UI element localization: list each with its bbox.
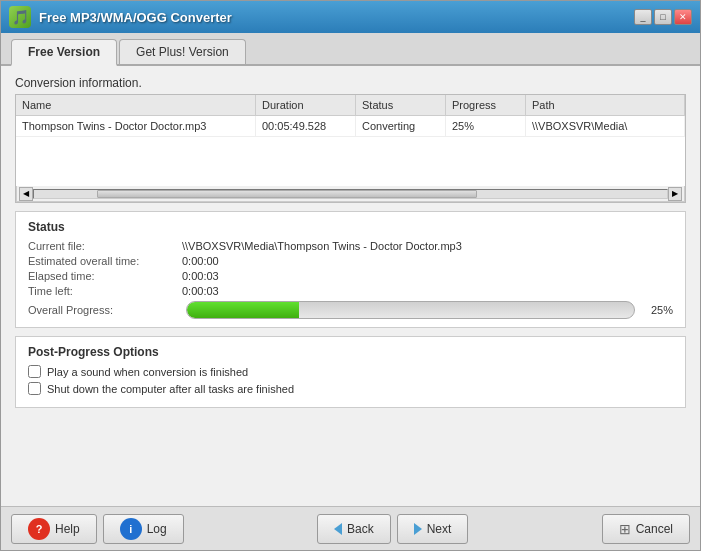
cell-progress: 25% (446, 116, 526, 136)
help-button[interactable]: ? Help (11, 514, 97, 544)
col-duration: Duration (256, 95, 356, 115)
next-arrow-icon (414, 523, 422, 535)
restore-button[interactable]: □ (654, 9, 672, 25)
conversion-info-section: Conversion information. Name Duration St… (15, 76, 686, 203)
option2-label: Shut down the computer after all tasks a… (47, 383, 294, 395)
option1-checkbox[interactable] (28, 365, 41, 378)
option1-row: Play a sound when conversion is finished (28, 365, 673, 378)
log-icon: i (120, 518, 142, 540)
elapsed-value: 0:00:03 (182, 270, 219, 282)
scroll-track[interactable] (33, 189, 668, 199)
title-bar: 🎵 Free MP3/WMA/OGG Converter _ □ ✕ (1, 1, 700, 33)
cell-name: Thompson Twins - Doctor Doctor.mp3 (16, 116, 256, 136)
progress-bar-track (186, 301, 635, 319)
option2-row: Shut down the computer after all tasks a… (28, 382, 673, 395)
status-section: Status Current file: \\VBOXSVR\Media\Tho… (15, 211, 686, 328)
window-controls: _ □ ✕ (634, 9, 692, 25)
option2-checkbox[interactable] (28, 382, 41, 395)
back-button[interactable]: Back (317, 514, 391, 544)
tabs-bar: Free Version Get Plus! Version (1, 33, 700, 66)
timeleft-label: Time left: (28, 285, 178, 297)
cell-path: \\VBOXSVR\Media\ (526, 116, 685, 136)
window-title: Free MP3/WMA/OGG Converter (39, 10, 626, 25)
help-icon: ? (28, 518, 50, 540)
minimize-button[interactable]: _ (634, 9, 652, 25)
status-title: Status (28, 220, 673, 234)
tab-plus-version[interactable]: Get Plus! Version (119, 39, 246, 64)
current-file-value: \\VBOXSVR\Media\Thompson Twins - Doctor … (182, 240, 462, 252)
estimated-row: Estimated overall time: 0:00:00 (28, 255, 673, 267)
progress-bar-fill (187, 302, 299, 318)
table-row[interactable]: Thompson Twins - Doctor Doctor.mp3 00:05… (16, 116, 685, 137)
elapsed-label: Elapsed time: (28, 270, 178, 282)
scroll-right-arrow[interactable]: ▶ (668, 187, 682, 201)
horizontal-scrollbar[interactable]: ◀ ▶ (16, 186, 685, 202)
timeleft-value: 0:00:03 (182, 285, 219, 297)
scroll-thumb[interactable] (97, 190, 477, 198)
close-button[interactable]: ✕ (674, 9, 692, 25)
elapsed-row: Elapsed time: 0:00:03 (28, 270, 673, 282)
app-icon: 🎵 (9, 6, 31, 28)
col-name: Name (16, 95, 256, 115)
cancel-icon: ⊞ (619, 521, 631, 537)
cell-status: Converting (356, 116, 446, 136)
option1-label: Play a sound when conversion is finished (47, 366, 248, 378)
table-header: Name Duration Status Progress Path (16, 95, 685, 116)
table-body: Thompson Twins - Doctor Doctor.mp3 00:05… (16, 116, 685, 186)
col-path: Path (526, 95, 685, 115)
current-file-label: Current file: (28, 240, 178, 252)
timeleft-row: Time left: 0:00:03 (28, 285, 673, 297)
overall-percent: 25% (643, 304, 673, 316)
main-window: 🎵 Free MP3/WMA/OGG Converter _ □ ✕ Free … (0, 0, 701, 551)
log-button[interactable]: i Log (103, 514, 184, 544)
overall-progress-row: Overall Progress: 25% (28, 301, 673, 319)
back-arrow-icon (334, 523, 342, 535)
post-options-title: Post-Progress Options (28, 345, 673, 359)
cancel-button[interactable]: ⊞ Cancel (602, 514, 690, 544)
estimated-label: Estimated overall time: (28, 255, 178, 267)
current-file-row: Current file: \\VBOXSVR\Media\Thompson T… (28, 240, 673, 252)
cell-duration: 00:05:49.528 (256, 116, 356, 136)
scroll-left-arrow[interactable]: ◀ (19, 187, 33, 201)
bottom-bar: ? Help i Log Back Next ⊞ Cancel (1, 506, 700, 550)
col-progress: Progress (446, 95, 526, 115)
estimated-value: 0:00:00 (182, 255, 219, 267)
main-content: Conversion information. Name Duration St… (1, 66, 700, 506)
tab-free-version[interactable]: Free Version (11, 39, 117, 66)
overall-label: Overall Progress: (28, 304, 178, 316)
conversion-info-label: Conversion information. (15, 76, 686, 90)
col-status: Status (356, 95, 446, 115)
next-button[interactable]: Next (397, 514, 469, 544)
file-table: Name Duration Status Progress Path Thomp… (15, 94, 686, 203)
post-options-section: Post-Progress Options Play a sound when … (15, 336, 686, 408)
